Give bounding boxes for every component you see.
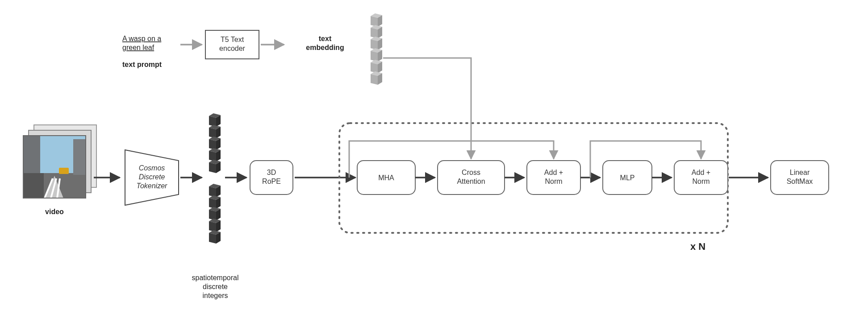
svg-text:MLP: MLP: [620, 174, 635, 182]
svg-marker-19: [209, 116, 216, 127]
svg-text:T5 Text: T5 Text: [221, 36, 244, 43]
mha-block: MHA: [357, 161, 415, 194]
addnorm2-block: Add + Norm: [674, 161, 728, 194]
text-encoder-block: T5 Text encoder: [205, 30, 259, 59]
svg-rect-5: [23, 136, 40, 175]
svg-text:Linear: Linear: [790, 169, 810, 176]
svg-marker-73: [371, 74, 378, 85]
svg-text:Norm: Norm: [692, 178, 709, 185]
svg-marker-22: [209, 128, 216, 138]
svg-marker-46: [209, 233, 216, 244]
arrow-embed-to-cross: [383, 58, 471, 159]
tokens-label-l1: spatiotemporal: [192, 274, 239, 281]
text-prompt: A wasp on a green leaf text prompt: [122, 35, 162, 68]
svg-marker-70: [371, 62, 378, 73]
mlp-block: MLP: [603, 161, 652, 194]
svg-rect-12: [59, 168, 69, 174]
svg-text:RoPE: RoPE: [262, 178, 281, 185]
tokens-label-l3: integers: [203, 292, 228, 299]
svg-marker-67: [371, 51, 378, 62]
svg-text:Tokenizer: Tokenizer: [137, 182, 167, 190]
svg-marker-43: [209, 221, 216, 232]
linear-softmax-block: Linear SoftMax: [771, 161, 829, 194]
svg-marker-61: [371, 28, 378, 38]
svg-marker-28: [209, 151, 216, 161]
tokenizer-block: Cosmos Discrete Tokenizer: [125, 150, 179, 205]
svg-text:MHA: MHA: [378, 174, 394, 182]
svg-marker-58: [371, 16, 378, 27]
svg-text:Norm: Norm: [545, 178, 562, 185]
svg-text:Discrete: Discrete: [139, 173, 165, 181]
cross-attention-block: Cross Attention: [438, 161, 505, 194]
svg-text:green leaf: green leaf: [122, 44, 154, 51]
svg-text:3D: 3D: [267, 169, 276, 176]
token-cubes: [209, 113, 221, 244]
svg-marker-31: [209, 162, 216, 173]
svg-marker-37: [209, 198, 216, 209]
embedding-cubes: [371, 13, 382, 85]
svg-text:Add +: Add +: [544, 169, 563, 176]
addnorm1-block: Add + Norm: [527, 161, 580, 194]
svg-text:encoder: encoder: [219, 45, 245, 52]
svg-rect-7: [23, 173, 44, 198]
svg-text:Add +: Add +: [692, 169, 710, 176]
repeat-label: x N: [690, 241, 705, 252]
svg-text:Cross: Cross: [462, 169, 480, 176]
svg-marker-64: [371, 39, 378, 50]
svg-text:Attention: Attention: [457, 178, 485, 185]
tokens-label-l2: discrete: [203, 283, 228, 290]
svg-text:Cosmos: Cosmos: [139, 164, 165, 172]
rope-block: 3D RoPE: [250, 161, 293, 194]
svg-text:SoftMax: SoftMax: [787, 178, 813, 185]
video-frames: [23, 125, 96, 198]
svg-marker-25: [209, 139, 216, 150]
video-label: video: [45, 208, 64, 215]
svg-marker-40: [209, 210, 216, 220]
svg-rect-6: [73, 139, 86, 175]
svg-marker-34: [209, 186, 216, 197]
svg-text:text prompt: text prompt: [122, 61, 162, 68]
svg-text:A wasp on a: A wasp on a: [122, 35, 161, 42]
embed-label-l1: text: [319, 35, 332, 42]
embed-label-l2: embedding: [306, 44, 344, 51]
